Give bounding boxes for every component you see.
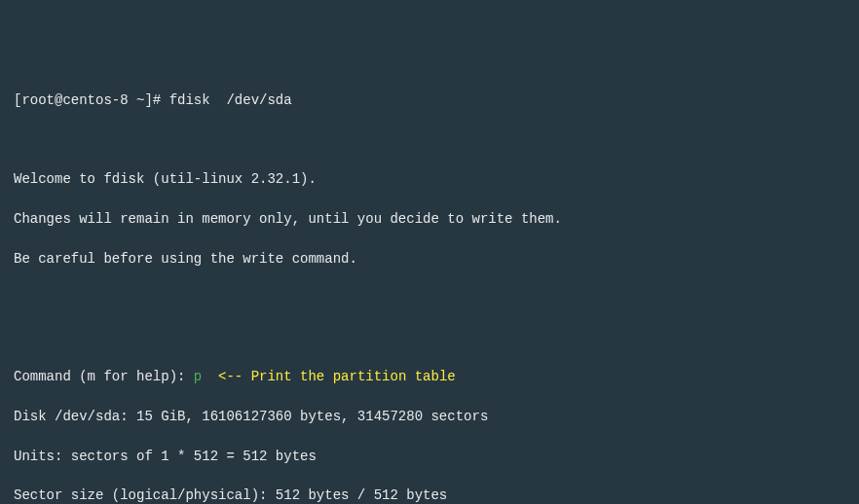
output-line: Disk /dev/sda: 15 GiB, 16106127360 bytes… [14,407,845,426]
blank-line [14,130,845,150]
shell-prompt: [root@centos-8 ~]# [14,92,169,108]
output-line: Changes will remain in memory only, unti… [14,209,845,229]
output-line: Units: sectors of 1 * 512 = 512 bytes [14,447,845,466]
output-line: Sector size (logical/physical): 512 byte… [14,486,845,504]
blank-line [14,328,845,347]
user-input[interactable]: p [194,369,202,384]
annotation-comment: <-- Print the partition table [202,369,455,384]
terminal-line: Command (m for help): p <-- Print the pa… [14,367,845,386]
output-line: Welcome to fdisk (util-linux 2.32.1). [14,169,845,189]
terminal-line: [root@centos-8 ~]# fdisk /dev/sda [14,90,845,110]
blank-line [14,288,845,307]
fdisk-prompt: Command (m for help): [14,369,194,384]
output-line: Be careful before using the write comman… [14,249,845,269]
command-text: fdisk /dev/sda [169,92,292,108]
